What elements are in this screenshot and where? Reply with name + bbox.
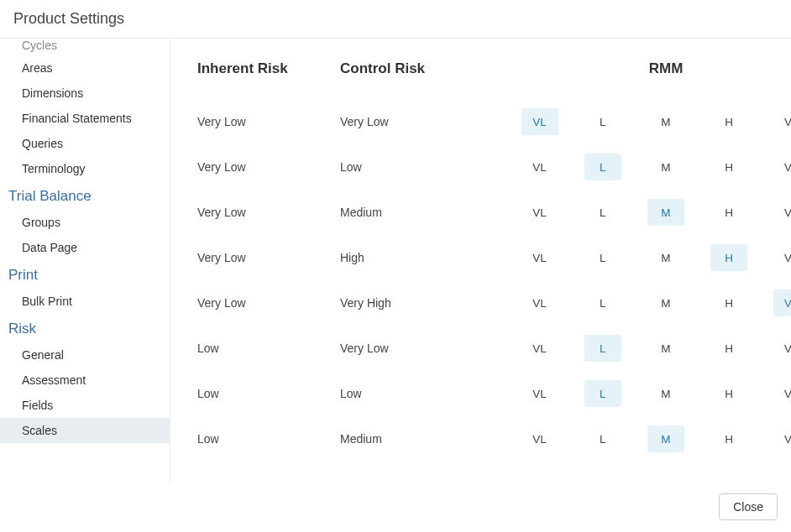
rmm-option-l[interactable]: L xyxy=(584,289,621,316)
rmm-option-l[interactable]: L xyxy=(584,335,621,362)
rmm-option-h[interactable]: H xyxy=(710,380,747,407)
sidebar-item-dimensions[interactable]: Dimensions xyxy=(0,81,170,106)
product-settings-dialog: Product Settings Cycles AreasDimensionsF… xyxy=(0,0,791,532)
table-row: Very LowVery HighVLLMHVH xyxy=(197,280,791,326)
rmm-option-h[interactable]: H xyxy=(710,335,747,362)
table-row: LowLowVLLMHVH xyxy=(197,371,791,416)
cell-control: High xyxy=(340,251,508,264)
rmm-option-vl[interactable]: VL xyxy=(521,244,558,271)
rmm-option-m[interactable]: M xyxy=(647,380,684,407)
rmm-option-m[interactable]: M xyxy=(647,154,684,180)
dialog-footer: Close xyxy=(0,485,791,532)
table-row: Very LowHighVLLMHVH xyxy=(197,235,791,280)
rmm-option-l[interactable]: L xyxy=(584,380,621,407)
rmm-option-vl[interactable]: VL xyxy=(521,289,558,316)
sidebar-item-assessment[interactable]: Assessment xyxy=(0,368,170,393)
sidebar-item-bulkprint[interactable]: Bulk Print xyxy=(0,289,170,314)
col-header-inherent: Inherent Risk xyxy=(197,60,340,77)
cell-inherent: Low xyxy=(197,342,340,355)
rmm-option-h[interactable]: H xyxy=(710,289,747,316)
sidebar-group-trial_balance: Trial Balance xyxy=(0,181,170,210)
rmm-option-group: VLLMHVH xyxy=(508,425,791,452)
rmm-option-vh[interactable]: VH xyxy=(773,335,791,362)
col-header-control: Control Risk xyxy=(340,60,508,77)
rmm-option-m[interactable]: M xyxy=(647,335,684,362)
sidebar-item-general[interactable]: General xyxy=(0,342,170,368)
cell-control: Medium xyxy=(340,206,508,219)
cell-control: Very Low xyxy=(340,342,508,355)
cell-control: Very Low xyxy=(340,115,508,128)
table-row: Very LowMediumVLLMHVH xyxy=(197,190,791,235)
rmm-option-group: VLLMHVH xyxy=(508,335,791,362)
rmm-option-m[interactable]: M xyxy=(647,425,684,452)
rmm-option-m[interactable]: M xyxy=(647,199,684,226)
sidebar-group-risk: Risk xyxy=(0,314,170,342)
rmm-option-vh[interactable]: VH xyxy=(773,154,791,180)
rmm-option-vh[interactable]: VH xyxy=(773,425,791,452)
rmm-option-vh[interactable]: VH xyxy=(773,108,791,135)
rmm-option-l[interactable]: L xyxy=(584,154,621,180)
table-header-row: Inherent Risk Control Risk RMM xyxy=(197,60,791,77)
cell-inherent: Low xyxy=(197,387,340,400)
rmm-option-h[interactable]: H xyxy=(710,199,747,226)
table-row: Very LowVery LowVLLMHVH xyxy=(197,99,791,144)
rmm-option-vl[interactable]: VL xyxy=(521,199,558,226)
sidebar[interactable]: Cycles AreasDimensionsFinancial Statemen… xyxy=(0,39,170,485)
rmm-option-vh[interactable]: VH xyxy=(773,289,791,316)
rmm-option-group: VLLMHVH xyxy=(508,154,791,180)
rmm-option-group: VLLMHVH xyxy=(508,244,791,271)
rmm-option-l[interactable]: L xyxy=(584,425,621,452)
sidebar-item-fields[interactable]: Fields xyxy=(0,393,170,418)
rmm-option-vl[interactable]: VL xyxy=(521,154,558,180)
rmm-option-h[interactable]: H xyxy=(710,244,747,271)
rmm-option-l[interactable]: L xyxy=(584,244,621,271)
cell-inherent: Low xyxy=(197,432,340,446)
rmm-option-l[interactable]: L xyxy=(584,199,621,226)
sidebar-item-queries[interactable]: Queries xyxy=(0,131,170,156)
rmm-option-m[interactable]: M xyxy=(647,289,684,316)
rmm-option-m[interactable]: M xyxy=(647,244,684,271)
cell-inherent: Very Low xyxy=(197,206,340,219)
main-panel: Inherent Risk Control Risk RMM Very LowV… xyxy=(170,39,791,485)
rmm-option-l[interactable]: L xyxy=(584,108,621,135)
sidebar-item-scales[interactable]: Scales xyxy=(0,418,170,443)
table-row: Very LowLowVLLMHVH xyxy=(197,144,791,190)
rmm-option-group: VLLMHVH xyxy=(508,199,791,226)
cell-inherent: Very Low xyxy=(197,160,340,174)
rmm-option-h[interactable]: H xyxy=(710,154,747,180)
cell-inherent: Very Low xyxy=(197,251,340,264)
rmm-option-vh[interactable]: VH xyxy=(773,380,791,407)
sidebar-item-areas[interactable]: Areas xyxy=(0,55,170,81)
cell-control: Very High xyxy=(340,296,508,310)
sidebar-item-cycles[interactable]: Cycles xyxy=(0,39,170,55)
rmm-option-h[interactable]: H xyxy=(710,108,747,135)
cell-control: Medium xyxy=(340,432,508,446)
rmm-option-vh[interactable]: VH xyxy=(773,199,791,226)
sidebar-item-groups[interactable]: Groups xyxy=(0,210,170,235)
cell-control: Low xyxy=(340,387,508,400)
cell-control: Low xyxy=(340,160,508,174)
rmm-option-vl[interactable]: VL xyxy=(521,425,558,452)
sidebar-item-datapage[interactable]: Data Page xyxy=(0,235,170,260)
rmm-option-vh[interactable]: VH xyxy=(773,244,791,271)
sidebar-item-terminology[interactable]: Terminology xyxy=(0,156,170,181)
rmm-option-vl[interactable]: VL xyxy=(521,108,558,135)
table-row: LowVery LowVLLMHVH xyxy=(197,326,791,371)
rmm-option-group: VLLMHVH xyxy=(508,380,791,407)
col-header-rmm: RMM xyxy=(508,60,791,77)
sidebar-group-print: Print xyxy=(0,260,170,289)
rmm-option-group: VLLMHVH xyxy=(508,108,791,135)
rmm-option-h[interactable]: H xyxy=(710,425,747,452)
main-scroll-area[interactable]: Inherent Risk Control Risk RMM Very LowV… xyxy=(170,39,791,485)
rmm-option-m[interactable]: M xyxy=(647,108,684,135)
rmm-option-vl[interactable]: VL xyxy=(521,335,558,362)
sidebar-spacer-bottom xyxy=(0,443,170,485)
cell-inherent: Very Low xyxy=(197,296,340,310)
rmm-option-group: VLLMHVH xyxy=(508,289,791,316)
close-button[interactable]: Close xyxy=(719,493,778,520)
dialog-title: Product Settings xyxy=(0,0,791,39)
table-row: LowMediumVLLMHVH xyxy=(197,416,791,462)
rmm-table: Inherent Risk Control Risk RMM Very LowV… xyxy=(170,39,791,478)
sidebar-item-fin[interactable]: Financial Statements xyxy=(0,106,170,131)
rmm-option-vl[interactable]: VL xyxy=(521,380,558,407)
